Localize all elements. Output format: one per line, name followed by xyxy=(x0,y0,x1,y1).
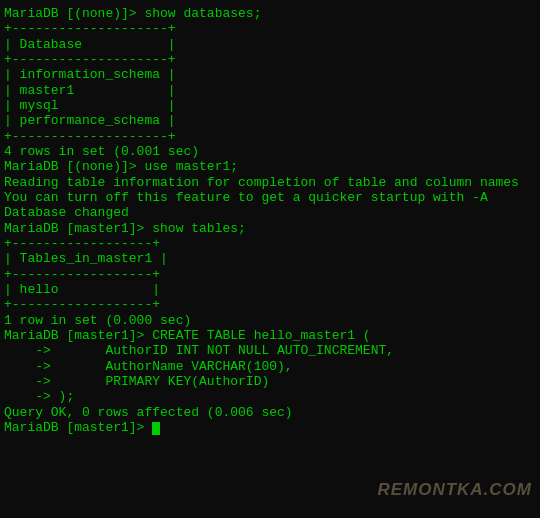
terminal-line: You can turn off this feature to get a q… xyxy=(4,190,536,205)
terminal-line: | Tables_in_master1 | xyxy=(4,251,536,266)
terminal-line: -> AuthorName VARCHAR(100), xyxy=(4,359,536,374)
terminal-line: Reading table information for completion… xyxy=(4,175,536,190)
terminal-line: -> AuthorID INT NOT NULL AUTO_INCREMENT, xyxy=(4,343,536,358)
terminal-line: +------------------+ xyxy=(4,236,536,251)
terminal-line: | Database | xyxy=(4,37,536,52)
terminal-cursor xyxy=(152,422,160,435)
terminal-line: MariaDB [(none)]> use master1; xyxy=(4,159,536,174)
terminal-line: | master1 | xyxy=(4,83,536,98)
terminal-line: +------------------+ xyxy=(4,267,536,282)
terminal-line: -> PRIMARY KEY(AuthorID) xyxy=(4,374,536,389)
terminal-line: 1 row in set (0.000 sec) xyxy=(4,313,536,328)
terminal-line: | information_schema | xyxy=(4,67,536,82)
terminal-line: -> ); xyxy=(4,389,536,404)
terminal-output: MariaDB [(none)]> show databases;+------… xyxy=(4,6,536,435)
terminal-line: Query OK, 0 rows affected (0.006 sec) xyxy=(4,405,536,420)
terminal-line: | performance_schema | xyxy=(4,113,536,128)
watermark: REMONTKA.COM xyxy=(377,480,532,500)
terminal-line: MariaDB [master1]> CREATE TABLE hello_ma… xyxy=(4,328,536,343)
terminal-line: +--------------------+ xyxy=(4,21,536,36)
terminal-line: +--------------------+ xyxy=(4,129,536,144)
terminal-line: +------------------+ xyxy=(4,297,536,312)
terminal-line: | mysql | xyxy=(4,98,536,113)
terminal-line: | hello | xyxy=(4,282,536,297)
terminal-line: MariaDB [master1]> show tables; xyxy=(4,221,536,236)
terminal-line: MariaDB [(none)]> show databases; xyxy=(4,6,536,21)
terminal-line: +--------------------+ xyxy=(4,52,536,67)
terminal-line: Database changed xyxy=(4,205,536,220)
terminal-line: 4 rows in set (0.001 sec) xyxy=(4,144,536,159)
terminal-window: MariaDB [(none)]> show databases;+------… xyxy=(0,0,540,518)
terminal-line: MariaDB [master1]> xyxy=(4,420,536,435)
